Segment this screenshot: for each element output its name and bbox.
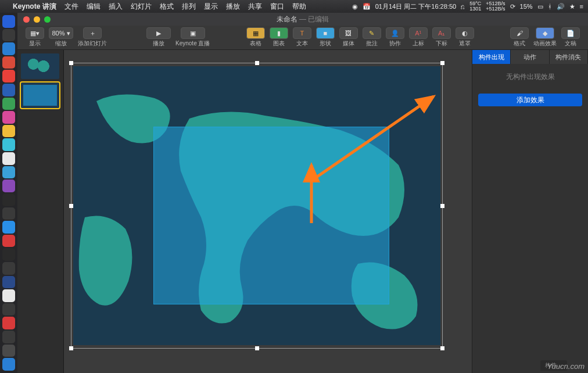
tab-build-out[interactable]: 构件消失 [550, 50, 588, 64]
format-inspector-button[interactable]: 🖌格式 [510, 27, 529, 48]
dock-app-4[interactable] [2, 56, 15, 69]
zoom-button[interactable]: 80% ▾缩放 [49, 27, 73, 48]
empty-message: 无构件出现效果 [478, 72, 582, 82]
resize-handle-e[interactable] [440, 204, 444, 208]
menu-format[interactable]: 格式 [160, 2, 174, 12]
view-button[interactable]: ▦▾显示 [26, 27, 44, 48]
dock-app-15[interactable] [2, 207, 15, 220]
battery-pct: 15% [520, 3, 533, 10]
inspector-panel: 构件出现 动作 构件消失 无构件出现效果 添加效果 [472, 50, 588, 373]
battery-icon[interactable]: ▭ [537, 3, 543, 10]
sync-icon[interactable]: ⟳ [510, 3, 515, 10]
menubar-temp: 59°C1301 [469, 1, 481, 12]
traffic-lights [17, 16, 51, 23]
menu-play[interactable]: 播放 [226, 2, 240, 12]
dock-appstore[interactable] [2, 221, 15, 234]
dock-app-8[interactable] [2, 111, 15, 124]
toolbar: ▦▾显示 80% ▾缩放 ＋添加幻灯片 ▶播放 ▣Keynote 直播 ▦表格 … [17, 26, 588, 50]
animation-tabs: 构件出现 动作 构件消失 [472, 50, 588, 64]
dock-app-11[interactable] [2, 152, 15, 165]
menu-extra-icon[interactable]: ≡ [580, 3, 583, 10]
menu-share[interactable]: 共享 [248, 2, 262, 12]
menubar-datetime[interactable]: 01月14日 周二 下午16:28:50 [375, 2, 456, 11]
menubar-stats-icon[interactable]: ⎌ [461, 3, 465, 10]
dock [0, 13, 17, 373]
dock-app-2[interactable] [2, 29, 15, 42]
window-titlebar: 未命名 — 已编辑 [17, 13, 588, 26]
resize-handle-ne[interactable] [440, 61, 444, 65]
dock-app-23[interactable] [2, 317, 15, 329]
animate-inspector-button[interactable]: ◆动画效果 [533, 27, 557, 48]
dock-app-18[interactable] [2, 248, 15, 261]
dock-finder[interactable] [2, 15, 15, 28]
resize-handle-se[interactable] [440, 346, 444, 350]
subscript-button[interactable]: A₁下标 [432, 27, 451, 48]
add-effect-button[interactable]: 添加效果 [478, 94, 582, 106]
slide-canvas[interactable] [64, 50, 472, 373]
menu-file[interactable]: 文件 [64, 2, 78, 12]
dock-app-9[interactable] [2, 125, 15, 138]
watermark: Yuucn.com [547, 362, 585, 371]
fullscreen-button[interactable] [44, 16, 51, 23]
dock-app-7[interactable] [2, 98, 15, 110]
menu-view[interactable]: 显示 [204, 2, 218, 12]
document-inspector-button[interactable]: 📄文稿 [561, 27, 580, 48]
resize-handle-n[interactable] [255, 61, 259, 65]
resize-handle-w[interactable] [69, 204, 73, 208]
play-button[interactable]: ▶播放 [146, 27, 171, 48]
dock-app-19[interactable] [2, 262, 15, 275]
document-title: 未命名 — 已编辑 [277, 15, 329, 24]
dock-app-17[interactable] [2, 235, 15, 248]
dock-app-22[interactable] [2, 303, 15, 316]
dock-chrome[interactable] [2, 70, 15, 83]
inspector-empty-state: 无构件出现效果 [472, 64, 588, 90]
text-button[interactable]: T文本 [293, 27, 311, 48]
menu-window[interactable]: 窗口 [270, 2, 284, 12]
calendar-icon[interactable]: 📅 [363, 3, 371, 10]
system-menubar: Keynote 讲演 文件 编辑 插入 幻灯片 格式 排列 显示 播放 共享 窗… [0, 0, 588, 13]
dock-app-10[interactable] [2, 138, 15, 151]
media-button[interactable]: 🖼媒体 [339, 27, 358, 48]
menu-insert[interactable]: 插入 [109, 2, 123, 12]
dock-app-14[interactable] [2, 193, 15, 206]
menu-help[interactable]: 帮助 [292, 2, 306, 12]
keynote-live-button[interactable]: ▣Keynote 直播 [175, 27, 210, 48]
slide-thumb-1[interactable] [21, 53, 59, 79]
doc-name: 未命名 [277, 15, 297, 23]
volume-icon[interactable]: 🔊 [557, 3, 565, 10]
slide-navigator [17, 50, 64, 373]
dock-app-26[interactable] [2, 358, 15, 371]
dock-safari[interactable] [2, 42, 15, 55]
resize-handle-s[interactable] [255, 346, 259, 350]
chart-button[interactable]: ▮图表 [270, 27, 288, 48]
slide-thumb-2[interactable] [21, 83, 59, 108]
selection-box[interactable] [71, 63, 443, 349]
dock-app-21[interactable] [2, 289, 15, 302]
menu-arrange[interactable]: 排列 [182, 2, 196, 12]
resize-handle-nw[interactable] [69, 61, 73, 65]
stopwatch-icon[interactable]: ◉ [352, 3, 358, 10]
dock-app-20[interactable] [2, 276, 15, 289]
collaborate-button[interactable]: 👤协作 [386, 27, 404, 48]
menu-slide[interactable]: 幻灯片 [131, 2, 152, 12]
dock-app-25[interactable] [2, 345, 15, 357]
tab-action[interactable]: 动作 [511, 50, 549, 64]
annotate-button[interactable]: ✎批注 [363, 27, 381, 48]
resize-handle-sw[interactable] [69, 346, 73, 350]
app-menu[interactable]: Keynote 讲演 [13, 2, 56, 12]
dock-app-12[interactable] [2, 166, 15, 179]
close-button[interactable] [23, 16, 30, 23]
bluetooth-icon[interactable]: ᚼ [548, 3, 552, 10]
dock-app-6[interactable] [2, 84, 15, 96]
dock-app-24[interactable] [2, 331, 15, 343]
add-slide-button[interactable]: ＋添加幻灯片 [78, 27, 107, 48]
minimize-button[interactable] [34, 16, 40, 23]
table-button[interactable]: ▦表格 [246, 27, 265, 48]
dock-app-13[interactable] [2, 180, 15, 192]
menu-edit[interactable]: 编辑 [87, 2, 101, 12]
star-icon[interactable]: ★ [569, 3, 575, 10]
superscript-button[interactable]: A¹上标 [409, 27, 428, 48]
tab-build-in[interactable]: 构件出现 [472, 50, 511, 64]
mask-button[interactable]: ◐遮罩 [456, 27, 474, 48]
shape-button[interactable]: ■形状 [316, 27, 335, 48]
